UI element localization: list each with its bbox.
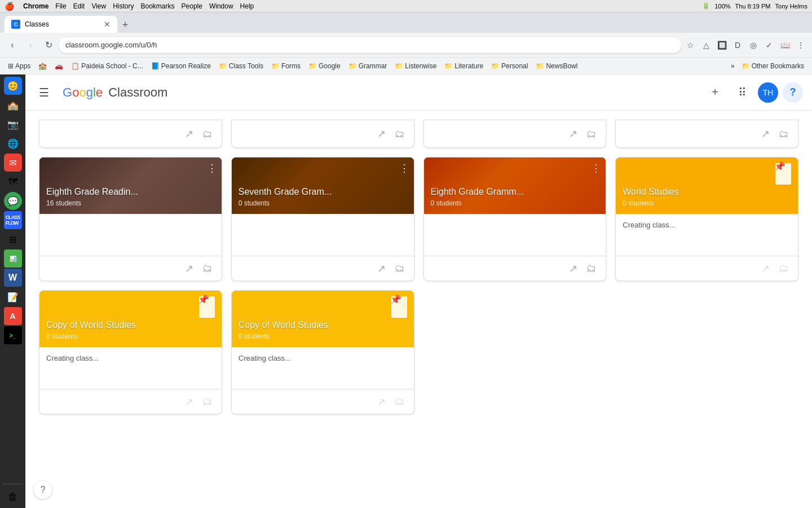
active-tab[interactable]: C Classes ✕ [5, 16, 117, 33]
bookmark-newsbowl[interactable]: 📁 NewsBowl [532, 61, 581, 71]
dock-acrobat[interactable]: A [4, 307, 22, 325]
card-header-eighth-grammar[interactable]: ⋮ Eighth Grade Gramm... 0 students [424, 157, 606, 214]
bookmarks-more-button[interactable]: » [729, 61, 737, 71]
stats-icon-copy-2[interactable]: ↗ [377, 396, 386, 408]
bookmark-classroom-icon[interactable]: 🏫 [35, 61, 50, 71]
apps-grid-button[interactable]: ⠿ [731, 81, 753, 104]
bookmark-pearson[interactable]: 📘 Pearson Realize [148, 61, 214, 71]
dock-classflow[interactable]: CLASSFLOW [4, 211, 22, 229]
user-avatar[interactable]: TH [758, 82, 778, 103]
menu-help[interactable]: Help [240, 2, 254, 10]
extension-icon-4[interactable]: ✓ [762, 38, 776, 52]
dock-word[interactable]: W [4, 269, 22, 287]
bookmark-star-icon[interactable]: ☆ [683, 38, 697, 52]
new-tab-button[interactable]: + [117, 17, 133, 33]
dock-messages[interactable]: 💬 [4, 192, 22, 210]
folder-icon-4[interactable]: 🗂 [779, 128, 789, 140]
chrome-menu-button[interactable]: ⋮ [794, 38, 807, 52]
hamburger-menu-button[interactable]: ☰ [34, 81, 54, 104]
menu-people[interactable]: People [182, 2, 202, 10]
menu-edit[interactable]: Edit [73, 2, 85, 10]
bottom-help-button[interactable]: ? [34, 481, 52, 499]
bookmark-grammar[interactable]: 📁 Grammar [345, 61, 391, 71]
reload-button[interactable]: ↻ [41, 37, 56, 53]
bookmark-icon-2[interactable]: 🚗 [51, 61, 67, 71]
folder-icon-copy-1[interactable]: 🗂 [202, 396, 213, 408]
dock-finder[interactable]: 😊 [4, 77, 22, 95]
card-header-world-studies[interactable]: World Studies 0 students [616, 157, 798, 214]
stats-icon-seventh-grammar[interactable]: ↗ [377, 262, 386, 275]
stats-icon-copy-1[interactable]: ↗ [185, 396, 193, 408]
creating-text-copy-1: Creating class... [46, 354, 215, 362]
card-header-copy-world-1[interactable]: Copy of World Studies 0 students [39, 291, 222, 347]
bookmark-class-tools[interactable]: 📁 Class Tools [215, 61, 267, 71]
menu-chrome[interactable]: Chrome [23, 2, 48, 10]
folder-icon-2[interactable]: 🗂 [395, 128, 405, 140]
folder-icon-copy-2[interactable]: 🗂 [395, 396, 405, 408]
trending-icon-3[interactable]: ↗ [569, 128, 577, 140]
card-menu-eighth-grammar[interactable]: ⋮ [591, 162, 601, 174]
stats-icon-eighth-reading[interactable]: ↗ [185, 262, 193, 275]
dock-grid-apps[interactable]: ⊞ [4, 230, 22, 248]
url-input[interactable] [59, 37, 681, 53]
folder-icon-seventh-grammar[interactable]: 🗂 [395, 262, 405, 274]
classes-container: ↗ 🗂 ↗ 🗂 ↗ 🗂 ↗ 🗂 [25, 111, 812, 508]
menu-history[interactable]: History [113, 2, 134, 10]
extension-icon-2[interactable]: D [731, 38, 744, 52]
card-students-eighth-reading: 16 students [46, 199, 215, 207]
menu-window[interactable]: Window [209, 2, 233, 10]
folder-icon-1[interactable]: 🗂 [202, 128, 213, 140]
card-header-seventh-grammar[interactable]: ⋮ Seventh Grade Gram... 0 students [232, 157, 414, 214]
card-menu-eighth-reading[interactable]: ⋮ [207, 162, 217, 174]
bookmark-other[interactable]: 📁 Other Bookmarks [738, 61, 807, 71]
dock-photos[interactable]: 📷 [4, 115, 22, 133]
dock-classroom[interactable]: 🏫 [4, 96, 22, 114]
stats-icon-world-studies[interactable]: ↗ [761, 262, 770, 275]
bookmark-listenwise-label: Listenwise [405, 62, 436, 70]
menu-view[interactable]: View [91, 2, 106, 10]
menu-bookmarks[interactable]: Bookmarks [141, 2, 175, 10]
menu-file[interactable]: File [55, 2, 66, 10]
forward-button[interactable]: › [23, 37, 38, 53]
extension-icon-1[interactable]: 🔲 [715, 38, 729, 52]
stats-icon-eighth-grammar[interactable]: ↗ [569, 262, 577, 275]
bookmark-literature[interactable]: 📁 Literature [441, 61, 487, 71]
dock-terminal[interactable]: >_ [4, 326, 22, 344]
bookmark-personal[interactable]: 📁 Personal [488, 61, 531, 71]
extension-icon-5[interactable]: 📖 [778, 38, 792, 52]
mac-menu: Chrome File Edit View History Bookmarks … [23, 2, 254, 10]
extension-icon-3[interactable]: ◎ [747, 38, 760, 52]
bookmark-literature-label: Literature [454, 62, 483, 70]
bookmark-listenwise[interactable]: 📁 Listenwise [391, 61, 440, 71]
bookmark-grammar-label: Grammar [359, 62, 387, 70]
back-button[interactable]: ‹ [5, 37, 20, 53]
apple-icon[interactable]: 🍎 [5, 2, 14, 11]
dock-trash[interactable]: 🗑 [4, 488, 22, 506]
listenwise-folder-icon: 📁 [395, 62, 403, 70]
tab-close-button[interactable]: ✕ [104, 20, 111, 29]
dock-chrome[interactable]: 🌐 [4, 134, 22, 152]
folder-icon-eighth-reading[interactable]: 🗂 [202, 262, 213, 274]
bookmark-paideia[interactable]: 📋 Paideia School - C... [68, 61, 146, 71]
bookmark-apps[interactable]: ⊞ Apps [5, 61, 34, 71]
folder-icon-eighth-grammar[interactable]: 🗂 [586, 262, 597, 274]
bookmark-forms[interactable]: 📁 Forms [268, 61, 304, 71]
classroom-help-button[interactable]: ? [783, 82, 803, 103]
dock-app-9[interactable]: 📊 [4, 249, 22, 268]
google-folder-icon: 📁 [308, 62, 317, 70]
bookmark-google[interactable]: 📁 Google [305, 61, 344, 71]
trending-icon-4[interactable]: ↗ [761, 128, 770, 140]
folder-icon-3[interactable]: 🗂 [586, 128, 597, 140]
card-header-eighth-reading[interactable]: ⋮ Eighth Grade Readin... 16 students [39, 157, 222, 214]
trending-icon-2[interactable]: ↗ [377, 128, 386, 140]
mac-dock: 😊 🏫 📷 🌐 ✉ 🗺 💬 CLASSFLOW ⊞ 📊 W 📝 A >_ 🗑 [0, 75, 25, 508]
dock-maps[interactable]: 🗺 [4, 173, 22, 191]
add-class-button[interactable]: + [704, 81, 726, 104]
card-header-copy-world-2[interactable]: Copy of World Studies 0 students [232, 291, 414, 347]
trending-icon-1[interactable]: ↗ [185, 128, 193, 140]
google-drive-icon[interactable]: △ [699, 38, 713, 52]
card-menu-seventh-grammar[interactable]: ⋮ [399, 162, 409, 174]
dock-notes[interactable]: 📝 [4, 288, 22, 306]
folder-icon-world-studies[interactable]: 🗂 [779, 262, 789, 274]
dock-mail[interactable]: ✉ [4, 154, 22, 172]
